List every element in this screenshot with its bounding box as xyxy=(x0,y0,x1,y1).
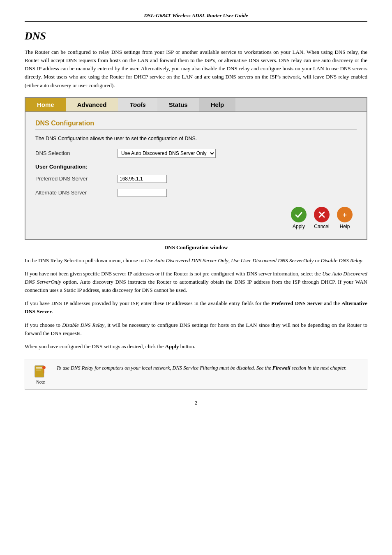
nav-tools[interactable]: Tools xyxy=(118,98,157,111)
preferred-dns-label: Preferred DNS Server xyxy=(35,176,118,182)
intro-paragraph: The Router can be configured to relay DN… xyxy=(25,48,367,90)
panel-caption: DNS Configuration window xyxy=(25,244,367,251)
apply-label: Apply xyxy=(293,224,305,229)
body-para-1: In the DNS Relay Selection pull-down men… xyxy=(25,257,367,265)
header-title: DSL-G684T Wireless ADSL Router User Guid… xyxy=(144,12,248,18)
router-panel: Home Advanced Tools Status Help DNS Conf… xyxy=(25,97,367,240)
dns-selection-dropdown[interactable]: Use Auto Discovered DNS Server Only Use … xyxy=(118,149,216,158)
dns-selection-label: DNS Selection xyxy=(35,150,118,156)
note-box: Note To use DNS Relay for computers on y… xyxy=(25,359,367,390)
svg-rect-6 xyxy=(36,370,42,370)
note-text: To use DNS Relay for computers on your l… xyxy=(56,364,346,372)
help-icon: + xyxy=(337,207,353,222)
section-title: DNS Configuration xyxy=(35,120,357,127)
alternate-dns-label: Alternate DNS Server xyxy=(35,190,118,196)
note-icon xyxy=(33,364,48,380)
body-para-3: If you have DNS IP addresses provided by… xyxy=(25,299,367,316)
apply-icon xyxy=(291,207,307,222)
alternate-dns-input[interactable] xyxy=(118,189,167,197)
page-number: 2 xyxy=(25,400,367,406)
body-para-4: If you choose to Disable DNS Relay, it w… xyxy=(25,321,367,338)
dns-selection-row: DNS Selection Use Auto Discovered DNS Se… xyxy=(35,149,357,158)
help-btn-label: Help xyxy=(340,224,350,229)
panel-desc: The DNS Configuration allows the user to… xyxy=(35,136,357,141)
body-para-5: When you have configured the DNS setting… xyxy=(25,342,367,351)
note-icon-container: Note xyxy=(31,364,51,384)
svg-text:+: + xyxy=(343,211,347,219)
nav-bar: Home Advanced Tools Status Help xyxy=(25,98,367,112)
page-header: DSL-G684T Wireless ADSL Router User Guid… xyxy=(25,12,367,22)
apply-button[interactable]: Apply xyxy=(291,207,307,229)
button-row: Apply Cancel + Help xyxy=(35,203,357,231)
nav-advanced[interactable]: Advanced xyxy=(66,98,118,111)
preferred-dns-row: Preferred DNS Server xyxy=(35,175,357,183)
cancel-icon xyxy=(314,207,330,222)
page-title: DNS xyxy=(25,30,367,42)
note-label: Note xyxy=(36,380,45,384)
svg-point-7 xyxy=(42,366,46,369)
help-button[interactable]: + Help xyxy=(337,207,353,229)
nav-home[interactable]: Home xyxy=(25,98,66,111)
body-para-2: If you have not been given specific DNS … xyxy=(25,270,367,294)
svg-rect-5 xyxy=(36,368,43,369)
panel-body: DNS Configuration The DNS Configuration … xyxy=(25,112,367,239)
alternate-dns-row: Alternate DNS Server xyxy=(35,189,357,197)
user-config-label: User Configuration: xyxy=(35,164,357,170)
section-divider xyxy=(35,130,357,130)
cancel-label: Cancel xyxy=(314,224,329,229)
nav-status[interactable]: Status xyxy=(157,98,199,111)
cancel-button[interactable]: Cancel xyxy=(314,207,330,229)
nav-help[interactable]: Help xyxy=(199,98,236,111)
preferred-dns-input[interactable] xyxy=(118,175,167,183)
svg-rect-4 xyxy=(36,367,43,368)
